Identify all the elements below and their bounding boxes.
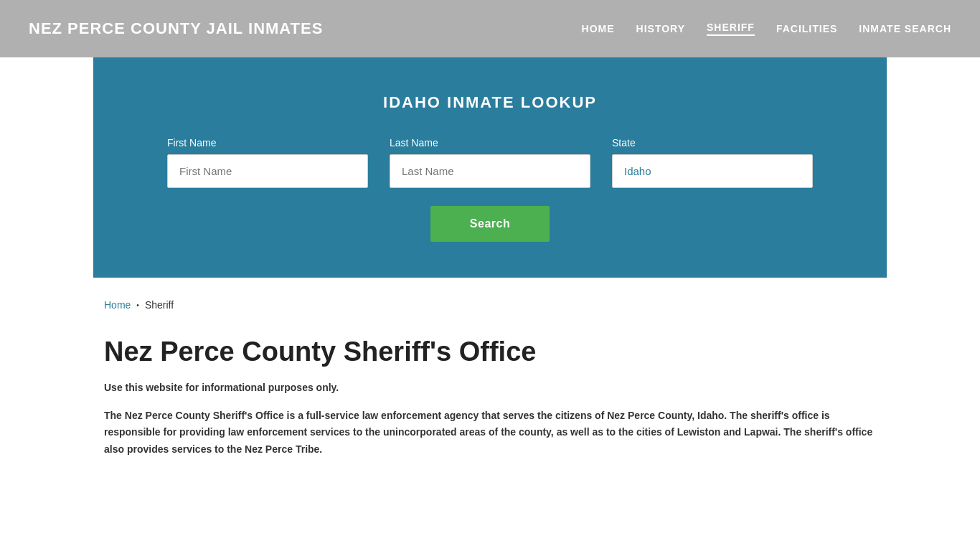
last-name-label: Last Name	[390, 137, 590, 149]
nav-history[interactable]: HISTORY	[636, 23, 685, 34]
search-button[interactable]: Search	[430, 206, 550, 242]
page-heading: Nez Perce County Sheriff's Office	[104, 336, 876, 369]
site-header: NEZ PERCE COUNTY JAIL INMATES HOME HISTO…	[0, 0, 980, 57]
hero-section: IDAHO INMATE LOOKUP First Name Last Name…	[93, 57, 887, 278]
breadcrumb-home[interactable]: Home	[104, 299, 131, 311]
description-text: The Nez Perce County Sheriff's Office is…	[104, 408, 876, 458]
last-name-group: Last Name	[390, 137, 590, 188]
nav-sheriff[interactable]: SHERIFF	[707, 22, 755, 36]
nav-inmate-search[interactable]: INMATE SEARCH	[859, 23, 951, 34]
first-name-group: First Name	[167, 137, 368, 188]
breadcrumb-current: Sheriff	[145, 299, 174, 311]
hero-title: IDAHO INMATE LOOKUP	[108, 93, 872, 112]
nav-facilities[interactable]: FACILITIES	[776, 23, 837, 34]
first-name-label: First Name	[167, 137, 368, 149]
main-content: Nez Perce County Sheriff's Office Use th…	[0, 321, 980, 487]
last-name-input[interactable]	[390, 154, 590, 188]
disclaimer-text: Use this website for informational purpo…	[104, 382, 876, 393]
state-input[interactable]	[612, 154, 813, 188]
state-group: State	[612, 137, 813, 188]
form-fields: First Name Last Name State	[108, 137, 872, 188]
main-nav: HOME HISTORY SHERIFF FACILITIES INMATE S…	[582, 22, 951, 36]
site-title: NEZ PERCE COUNTY JAIL INMATES	[29, 19, 323, 38]
state-label: State	[612, 137, 813, 149]
breadcrumb-separator: •	[136, 301, 139, 309]
nav-home[interactable]: HOME	[582, 23, 615, 34]
search-form: First Name Last Name State Search	[108, 137, 872, 242]
breadcrumb: Home • Sheriff	[0, 278, 980, 321]
first-name-input[interactable]	[167, 154, 368, 188]
